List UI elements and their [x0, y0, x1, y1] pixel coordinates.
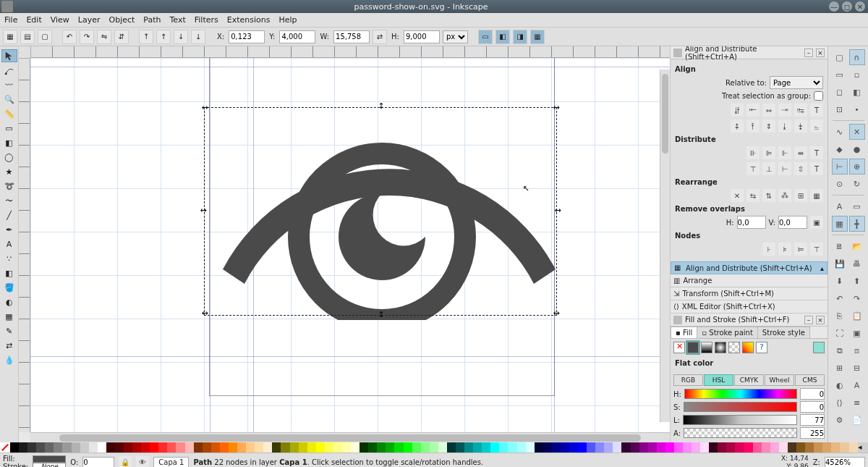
cmd-redo-icon[interactable]: ↷ [849, 290, 865, 306]
affect-corners-icon[interactable]: ◧ [495, 30, 510, 44]
palette-color[interactable] [648, 442, 657, 453]
rearrange-graph-icon[interactable]: ✕ [731, 189, 744, 202]
handle-e[interactable]: ↔ [554, 207, 561, 214]
rearrange-unclump-icon[interactable]: ⊞ [794, 189, 807, 202]
cmd-zoom-fit-icon[interactable]: ⛶ [832, 325, 848, 341]
palette-color[interactable] [368, 442, 377, 453]
menu-extensions[interactable]: Extensions [227, 15, 271, 25]
palette-color[interactable] [19, 442, 27, 453]
gradient-tool[interactable]: ◐ [1, 295, 17, 308]
distribute-vcenter-icon[interactable]: ⊥ [762, 162, 775, 175]
rotate-cw-icon[interactable]: ↷ [80, 30, 94, 44]
rect-tool[interactable]: ▭ [1, 122, 17, 135]
palette-color[interactable] [700, 442, 709, 453]
paintbucket-tool[interactable]: 💧 [1, 353, 17, 366]
cmd-clone-icon[interactable]: ⧈ [849, 342, 865, 358]
stroke-swatch[interactable]: None [33, 463, 66, 468]
palette-color[interactable] [587, 442, 595, 453]
palette-color[interactable] [10, 442, 19, 453]
align-left-edge-icon[interactable]: ⭿ [731, 104, 744, 117]
palette-color[interactable] [132, 442, 141, 453]
palette-color[interactable] [203, 442, 211, 453]
distribute-text2-icon[interactable]: T [810, 162, 823, 175]
menu-filters[interactable]: Filters [195, 15, 218, 25]
palette-color[interactable] [482, 442, 490, 453]
cmd-export-icon[interactable]: ⬆ [849, 273, 865, 289]
snap-bbox-edge-icon[interactable]: ▫ [849, 67, 865, 83]
distribute-top-icon[interactable]: ⊤ [746, 162, 760, 175]
snap-bbox-corner-icon[interactable]: ◻ [832, 84, 848, 100]
palette-color[interactable] [473, 442, 482, 453]
menu-file[interactable]: File [4, 15, 17, 25]
palette-color[interactable] [98, 442, 106, 453]
dock-collapse-button[interactable]: – [804, 49, 813, 57]
palette-color[interactable] [281, 442, 289, 453]
scrollbar-vertical[interactable] [660, 70, 670, 422]
ruler-horizontal[interactable] [30, 46, 670, 58]
palette-color[interactable] [508, 442, 516, 453]
align-bottom-icon[interactable]: ⭳ [778, 119, 791, 132]
select-layers-icon[interactable]: ▤ [20, 30, 35, 44]
spray-tool[interactable]: ∵ [1, 252, 17, 265]
align-text-icon[interactable]: T [810, 104, 823, 117]
palette-color[interactable] [272, 442, 281, 453]
opacity-input[interactable] [82, 457, 114, 468]
snap-grid-icon[interactable]: ▦ [832, 216, 848, 232]
palette-color[interactable] [770, 442, 779, 453]
snap-node-icon[interactable]: • [849, 101, 865, 117]
hue-slider[interactable] [684, 389, 797, 399]
snap-smooth-icon[interactable]: ● [849, 141, 865, 157]
palette-color[interactable] [814, 442, 822, 453]
palette-color[interactable] [779, 442, 788, 453]
w-input[interactable] [333, 30, 370, 43]
palette-color[interactable] [674, 442, 683, 453]
flip-h-icon[interactable]: ⇋ [97, 30, 111, 44]
star-tool[interactable]: ★ [1, 165, 17, 178]
snap-obj-mid-icon[interactable]: ⊕ [849, 159, 865, 174]
alp-input[interactable] [800, 427, 825, 439]
canvas[interactable]: ↔ ↕ ↔ ↔ ↔ ↔ ↕ ↔ ↖ [30, 58, 670, 432]
cmd-ungroup-icon[interactable]: ⊟ [849, 360, 865, 376]
nodes-align-right-icon[interactable]: ⊨ [794, 243, 807, 256]
handle-sw[interactable]: ↔ [201, 310, 208, 317]
palette-color[interactable] [639, 442, 648, 453]
distribute-text-icon[interactable]: T [810, 146, 823, 159]
bezier-tool[interactable]: ╱ [1, 209, 17, 222]
palette-color[interactable] [211, 442, 220, 453]
handle-ne[interactable]: ↔ [553, 104, 560, 112]
palette-color[interactable] [307, 442, 316, 453]
palette-color[interactable] [849, 442, 858, 453]
snap-path-icon[interactable]: ∿ [832, 124, 848, 140]
palette-color[interactable] [333, 442, 342, 453]
menu-text[interactable]: Text [170, 15, 186, 25]
text-tool[interactable]: A [1, 237, 17, 251]
cmd-duplicate-icon[interactable]: ⧉ [832, 342, 848, 358]
palette-color[interactable] [377, 442, 386, 453]
cmd-print-icon[interactable]: 🖶 [849, 256, 865, 272]
align-hcenter-icon[interactable]: ⇔ [762, 104, 775, 117]
palette-color[interactable] [45, 442, 54, 453]
handle-s[interactable]: ↕ [378, 311, 385, 319]
paint-swatch-icon[interactable] [742, 342, 754, 353]
palette-color[interactable] [220, 442, 229, 453]
distribute-hcenter-icon[interactable]: ⊫ [762, 146, 775, 159]
close-button[interactable]: ✕ [855, 1, 865, 12]
nodes-align-hcenter-icon[interactable]: ⊧ [778, 243, 791, 256]
palette-color[interactable] [569, 442, 578, 453]
paint-flat-icon[interactable] [687, 342, 699, 353]
handle-w[interactable]: ↔ [200, 207, 207, 214]
remove-overlaps-button[interactable]: ▣ [810, 216, 823, 229]
snap-bbox-icon[interactable]: ▭ [832, 67, 848, 83]
palette-color[interactable] [124, 442, 132, 453]
palette-color[interactable] [840, 442, 848, 453]
pencil-tool[interactable]: 〜 [1, 194, 17, 207]
palette-color[interactable] [796, 442, 805, 453]
relative-to-select[interactable]: Page [770, 76, 823, 89]
fillrule-icon[interactable] [813, 342, 825, 353]
tab-stroke-paint[interactable]: ▫ Stroke paint [697, 327, 758, 338]
palette-color[interactable] [351, 442, 359, 453]
palette-color[interactable] [255, 442, 263, 453]
cmd-fillstroke-icon[interactable]: ◐ [832, 377, 848, 393]
lig-slider[interactable] [683, 415, 797, 425]
affect-gradient-icon[interactable]: ◨ [513, 30, 527, 44]
